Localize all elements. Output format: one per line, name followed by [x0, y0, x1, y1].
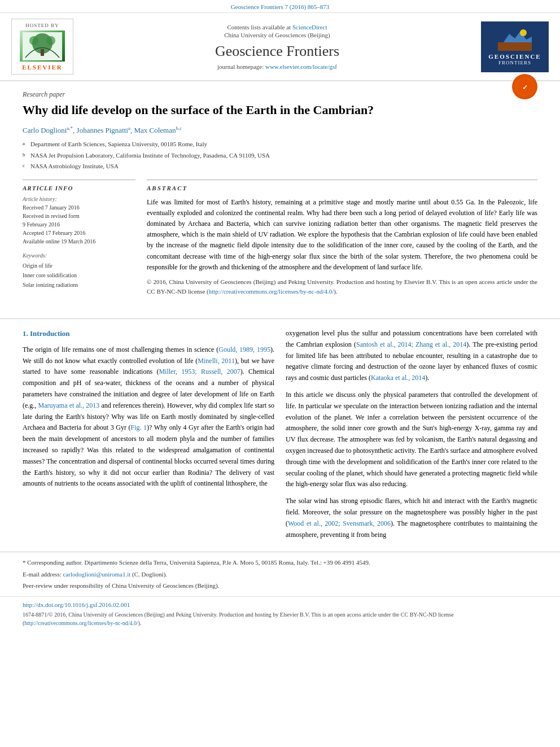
available-online: Available online 19 March 2016	[23, 237, 135, 246]
frontiers-logo-line2: FRONTIERS	[498, 60, 531, 65]
svg-text:✓: ✓	[522, 84, 528, 91]
abstract-paragraph: Life was limited for most of Earth's his…	[147, 197, 537, 273]
article-info-panel: ARTICLE INFO Article history: Received 7…	[23, 180, 135, 300]
history-label: Article history:	[23, 196, 135, 202]
elsevier-logo-box: HOSTED BY ELSEVIER	[11, 19, 73, 75]
footnote-1: * Corresponding author. Dipartimento Sci…	[23, 558, 537, 567]
authors-line: Carlo Doglionia,*, Johannes Pignattia, M…	[23, 125, 537, 135]
affiliations-block: a Department of Earth Sciences, Sapienza…	[23, 139, 537, 172]
affil-1-text: Department of Earth Sciences, Sapienza U…	[30, 139, 207, 150]
svg-rect-6	[498, 42, 532, 51]
copyright-text: © 2016, China University of Geosciences …	[147, 277, 537, 296]
homepage-label: journal homepage:	[217, 63, 264, 70]
elsevier-label: ELSEVIER	[22, 64, 63, 71]
svg-point-8	[520, 29, 527, 36]
article-header-section: Research paper Why did life develop on t…	[0, 81, 560, 309]
article-info-title: ARTICLE INFO	[23, 185, 135, 191]
footnotes-section: * Corresponding author. Dipartimento Sci…	[0, 552, 560, 591]
affil-1: a Department of Earth Sciences, Sapienza…	[23, 139, 537, 150]
journal-header: HOSTED BY ELSEVIER Contents lists availa…	[0, 13, 560, 81]
abstract-panel: ABSTRACT Life was limited for most of Ea…	[147, 180, 537, 300]
affil-3-sup: c	[23, 161, 28, 172]
author-1-name: Carlo Doglioni	[23, 126, 67, 134]
received-revised-date: 9 February 2016	[23, 220, 135, 229]
body-right-column: oxygenation level plus the sulfur and po…	[286, 328, 537, 546]
frontiers-logo-line1: GEOSCIENCE	[488, 53, 541, 60]
keywords-section: Keywords: Origin of life Inner core soli…	[23, 252, 135, 290]
svg-point-3	[29, 36, 38, 45]
journal-title: Geoscience Frontiers	[79, 43, 475, 60]
footnote-email: E-mail address: carlodoglioni@uniroma1.i…	[23, 570, 537, 579]
keyword-2: Inner core solidification	[23, 270, 135, 280]
china-uni-label: China University of Geosciences (Beijing…	[79, 32, 475, 38]
affil-2: b NASA Jet Propulsion Laboratory, Califo…	[23, 151, 537, 161]
author-email-link[interactable]: carlodoglioni@uniroma1.it	[63, 571, 130, 578]
journal-reference-bar: Geoscience Frontiers 7 (2016) 865–873	[0, 0, 560, 13]
journal-homepage: journal homepage: www.elsevier.com/locat…	[79, 63, 475, 70]
hosted-by-label: HOSTED BY	[25, 23, 59, 28]
ref-santosh[interactable]: Santosh et al., 2014; Zhang et al., 2014	[356, 340, 466, 348]
author-2-sup: a	[128, 125, 130, 131]
license-line: 1674-8871/© 2016, China University of Ge…	[23, 610, 537, 627]
footnote-peer-review: Peer-review under responsibility of Chin…	[23, 581, 537, 591]
ref-gould[interactable]: Gould, 1989, 1995	[218, 346, 270, 353]
ref-wood[interactable]: Wood et al., 2002; Svensmark, 2006	[288, 519, 391, 527]
right-paragraph-1: oxygenation level plus the sulfur and po…	[286, 328, 537, 384]
affil-2-sup: b	[23, 151, 28, 161]
right-paragraph-3: The solar wind has strong episodic flare…	[286, 496, 537, 540]
crossmark-icon: ✓	[512, 74, 537, 99]
bottom-license-url[interactable]: http://creativecommons.org/licenses/by-n…	[24, 620, 138, 626]
received-date: Received 7 January 2016	[23, 203, 135, 212]
right-paragraph-2: In this article we discuss only the phys…	[286, 390, 537, 490]
svg-rect-2	[41, 49, 44, 56]
contents-label: Contents lists available at	[227, 24, 291, 30]
author-3-name: Max Coleman	[134, 126, 176, 134]
doi-link: http://dx.doi.org/10.1016/j.gsf.2016.02.…	[23, 601, 537, 608]
abstract-text: Life was limited for most of Earth's his…	[147, 197, 537, 296]
abstract-title: ABSTRACT	[147, 185, 537, 191]
frontiers-logo-image	[498, 28, 532, 51]
ref-kataoka[interactable]: Kataoka et al., 2014	[371, 374, 425, 382]
article-body: 1. Introduction The origin of life remai…	[0, 328, 560, 546]
journal-ref-text: Geoscience Frontiers 7 (2016) 865–873	[231, 3, 330, 10]
author-1-sup: a,*	[67, 125, 73, 131]
contents-available: Contents lists available at ScienceDirec…	[79, 24, 475, 30]
keywords-label: Keywords:	[23, 252, 135, 259]
license-link[interactable]: http://creativecommons.org/licenses/by-n…	[209, 288, 334, 295]
article-title: Why did life develop on the surface of t…	[23, 102, 474, 119]
info-abstract-row: ARTICLE INFO Article history: Received 7…	[23, 180, 537, 300]
content-divider	[0, 318, 560, 319]
ref-miller[interactable]: Miller, 1953; Russell, 2007	[159, 368, 240, 375]
affil-3: c NASA Astrobiology Institute, USA	[23, 161, 537, 172]
author-2-name: Johannes Pignatti	[77, 126, 128, 134]
article-history: Article history: Received 7 January 2016…	[23, 196, 135, 246]
affil-3-text: NASA Astrobiology Institute, USA	[30, 161, 119, 172]
paper-type-label: Research paper	[23, 90, 537, 99]
homepage-url[interactable]: www.elsevier.com/locate/gsf	[265, 63, 337, 70]
author-3-sup: b,c	[176, 125, 182, 131]
affil-2-text: NASA Jet Propulsion Laboratory, Californ…	[30, 151, 270, 161]
ref-minelli[interactable]: Minelli, 2011	[198, 357, 235, 365]
ref-maruyama[interactable]: Maruyama et al., 2013	[38, 401, 100, 409]
intro-paragraph-1: The origin of life remains one of most c…	[23, 344, 274, 490]
geoscience-frontiers-logo: GEOSCIENCE FRONTIERS	[481, 21, 549, 72]
section-1-heading: 1. Introduction	[23, 328, 274, 340]
sciencedirect-link[interactable]: ScienceDirect	[292, 24, 327, 30]
received-revised-label: Received in revised form	[23, 212, 135, 220]
elsevier-graphic	[20, 30, 65, 62]
ref-fig1[interactable]: Fig. 1	[131, 423, 147, 431]
svg-point-4	[46, 36, 55, 45]
body-left-column: 1. Introduction The origin of life remai…	[23, 328, 274, 546]
keyword-3: Solar ionizing radiations	[23, 280, 135, 290]
affil-1-sup: a	[23, 139, 28, 150]
doi-url[interactable]: http://dx.doi.org/10.1016/j.gsf.2016.02.…	[23, 601, 130, 608]
bottom-bar: http://dx.doi.org/10.1016/j.gsf.2016.02.…	[0, 596, 560, 632]
journal-center-info: Contents lists available at ScienceDirec…	[79, 24, 475, 70]
accepted-date: Accepted 17 February 2016	[23, 229, 135, 237]
keyword-1: Origin of life	[23, 261, 135, 270]
crossmark-badge-container: ✓	[512, 74, 537, 99]
